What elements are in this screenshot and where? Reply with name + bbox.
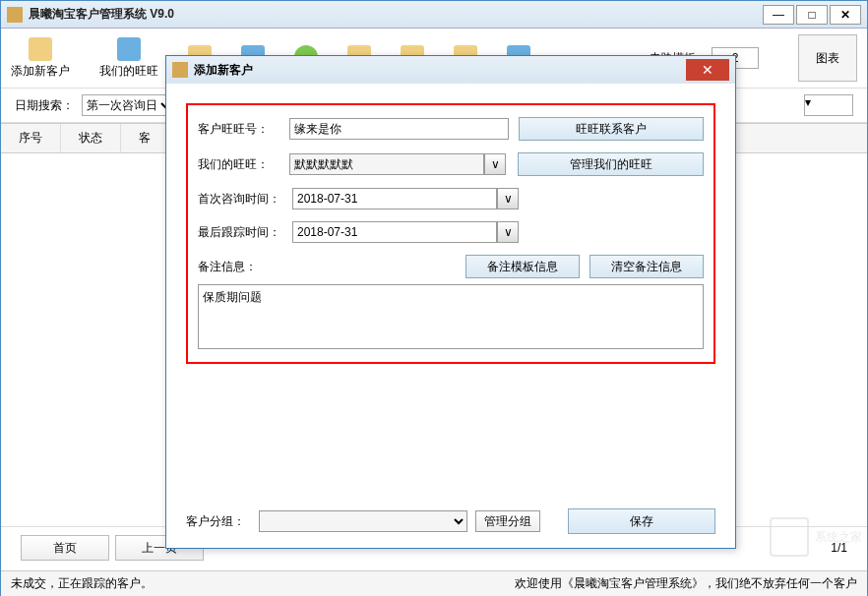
th-status: 状态 <box>61 124 121 152</box>
first-page-button[interactable]: 首页 <box>21 535 109 561</box>
chevron-down-icon[interactable]: ∨ <box>484 153 506 175</box>
th-customer: 客 <box>121 124 169 152</box>
note-template-button[interactable]: 备注模板信息 <box>465 255 580 278</box>
manage-group-button[interactable]: 管理分组 <box>475 510 540 532</box>
our-ww-select[interactable] <box>289 153 484 175</box>
dialog-titlebar: 添加新客户 ✕ <box>166 56 735 84</box>
add-customer-icon <box>29 37 52 61</box>
group-select[interactable] <box>259 510 467 532</box>
th-seq: 序号 <box>1 124 61 152</box>
dialog-close-button[interactable]: ✕ <box>686 59 729 81</box>
highlight-box: 客户旺旺号： 旺旺联系客户 我们的旺旺： ∨ 管理我们的旺旺 首次咨询时间： ∨ <box>186 103 715 364</box>
save-button[interactable]: 保存 <box>568 508 715 534</box>
wangwang-icon <box>117 37 141 61</box>
first-time-input[interactable] <box>292 188 497 209</box>
last-time-input[interactable] <box>292 221 497 243</box>
chevron-down-icon[interactable]: ∨ <box>497 221 519 243</box>
last-time-label: 最后跟踪时间： <box>198 224 282 241</box>
statusbar: 未成交，正在跟踪的客户。 欢迎使用《晨曦淘宝客户管理系统》，我们绝不放弃任何一个… <box>1 570 867 596</box>
dialog-title: 添加新客户 <box>194 62 686 79</box>
our-wangwang-tool[interactable]: 我们的旺旺 <box>99 37 158 80</box>
page-info: 1/1 <box>831 541 847 555</box>
tool-label: 我们的旺旺 <box>99 63 158 80</box>
note-label: 备注信息： <box>198 259 257 275</box>
note-textarea[interactable]: 保质期问题 <box>198 284 704 349</box>
app-icon <box>7 7 23 23</box>
our-ww-label: 我们的旺旺： <box>198 156 279 173</box>
add-customer-dialog: 添加新客户 ✕ 客户旺旺号： 旺旺联系客户 我们的旺旺： ∨ 管理我们的旺旺 首… <box>165 55 736 549</box>
maximize-button[interactable]: □ <box>796 5 828 25</box>
right-select[interactable]: ▾ <box>804 94 853 116</box>
status-text: 未成交，正在跟踪的客户。 <box>11 575 153 592</box>
group-label: 客户分组： <box>186 513 251 530</box>
dialog-icon <box>172 62 188 78</box>
chevron-down-icon[interactable]: ∨ <box>497 188 519 209</box>
manage-our-ww-button[interactable]: 管理我们的旺旺 <box>518 152 704 176</box>
tool-label: 添加新客户 <box>11 63 70 80</box>
contact-customer-button[interactable]: 旺旺联系客户 <box>519 117 704 141</box>
welcome-text: 欢迎使用《晨曦淘宝客户管理系统》，我们绝不放弃任何一个客户 <box>515 575 857 592</box>
chart-button[interactable]: 图表 <box>798 34 857 82</box>
app-title: 晨曦淘宝客户管理系统 V9.0 <box>29 6 763 23</box>
main-titlebar: 晨曦淘宝客户管理系统 V9.0 — □ ✕ <box>1 1 867 29</box>
first-time-label: 首次咨询时间： <box>198 191 282 208</box>
minimize-button[interactable]: — <box>763 5 794 25</box>
close-button[interactable]: ✕ <box>830 5 861 25</box>
date-type-select[interactable]: 第一次咨询日 <box>82 94 174 116</box>
add-customer-tool[interactable]: 添加新客户 <box>11 37 70 80</box>
customer-ww-input[interactable] <box>289 118 509 140</box>
clear-note-button[interactable]: 清空备注信息 <box>589 255 704 278</box>
date-search-label: 日期搜索： <box>15 97 74 114</box>
customer-ww-label: 客户旺旺号： <box>198 121 279 138</box>
